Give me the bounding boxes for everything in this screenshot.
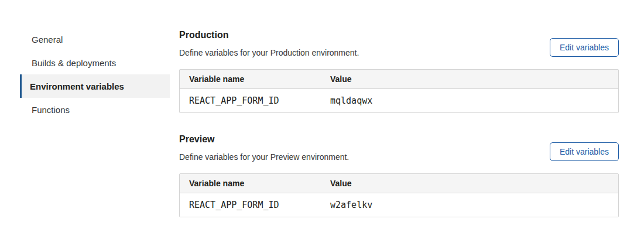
sidebar-item-builds-deployments[interactable]: Builds & deployments [20, 51, 170, 74]
sidebar-item-environment-variables[interactable]: Environment variables [20, 74, 170, 98]
production-section: Production Define variables for your Pro… [179, 29, 619, 113]
variable-value-cell: w2afelkv [321, 193, 618, 217]
production-edit-variables-button[interactable]: Edit variables [550, 38, 619, 57]
table-header-row: Variable name Value [180, 174, 618, 193]
variable-value-cell: mqldaqwx [321, 89, 618, 112]
sidebar-item-label: General [32, 35, 63, 45]
table-row: REACT_APP_FORM_ID w2afelkv [180, 193, 618, 217]
sidebar-item-functions[interactable]: Functions [20, 98, 170, 121]
variable-name-cell: REACT_APP_FORM_ID [180, 89, 321, 112]
variable-name-column-header: Variable name [180, 174, 321, 193]
settings-page: General Builds & deployments Environment… [0, 0, 644, 246]
sidebar-item-general[interactable]: General [20, 28, 170, 51]
preview-variables-table: Variable name Value REACT_APP_FORM_ID w2… [179, 173, 619, 217]
value-column-header: Value [321, 174, 618, 193]
sidebar-item-label: Functions [32, 105, 70, 115]
table-row: REACT_APP_FORM_ID mqldaqwx [180, 89, 618, 112]
value-column-header: Value [321, 70, 618, 89]
variable-name-cell: REACT_APP_FORM_ID [180, 193, 321, 217]
environment-variables-panel: Production Define variables for your Pro… [179, 0, 619, 246]
preview-section: Preview Define variables for your Previe… [179, 134, 619, 217]
preview-edit-variables-button[interactable]: Edit variables [550, 142, 619, 161]
sidebar-item-label: Environment variables [30, 81, 124, 91]
production-variables-table: Variable name Value REACT_APP_FORM_ID mq… [179, 69, 619, 113]
table-header-row: Variable name Value [180, 70, 618, 89]
settings-sidebar: General Builds & deployments Environment… [20, 28, 170, 121]
variable-name-column-header: Variable name [180, 70, 321, 89]
sidebar-item-label: Builds & deployments [32, 58, 116, 68]
